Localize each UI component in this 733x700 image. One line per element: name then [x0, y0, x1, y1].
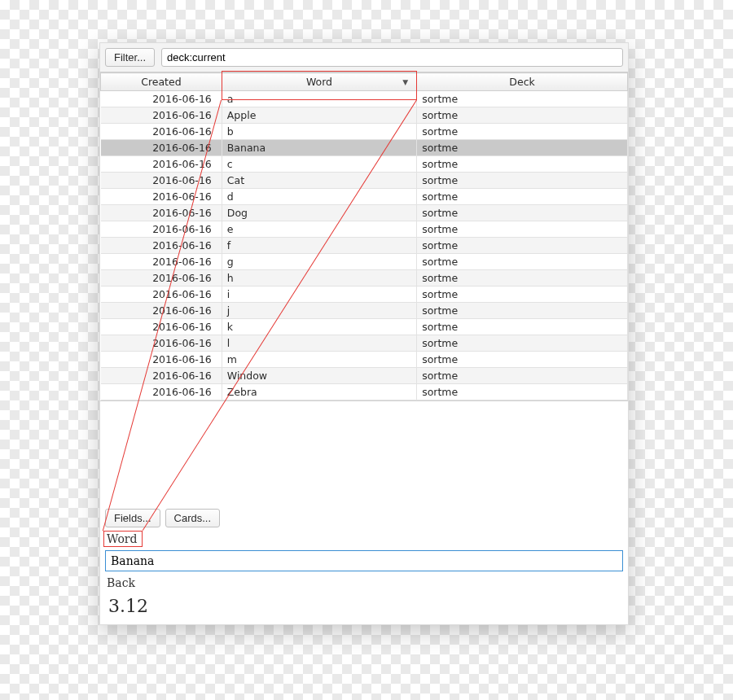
- cell-deck: sortme: [417, 368, 628, 384]
- column-header-word[interactable]: Word ▼: [222, 73, 416, 91]
- sort-indicator-icon: ▼: [402, 78, 408, 86]
- cell-word: l: [222, 335, 416, 352]
- column-header-deck[interactable]: Deck: [417, 73, 628, 91]
- cards-button[interactable]: Cards...: [165, 509, 221, 527]
- cell-created: 2016-06-16: [101, 335, 222, 352]
- table-row[interactable]: 2016-06-16Zebrasortme: [101, 384, 628, 400]
- cell-created: 2016-06-16: [101, 287, 222, 303]
- cell-deck: sortme: [417, 107, 628, 124]
- column-header-created[interactable]: Created: [101, 73, 222, 91]
- cell-created: 2016-06-16: [101, 270, 222, 287]
- cell-deck: sortme: [417, 254, 628, 270]
- cell-word: h: [222, 270, 416, 287]
- cell-created: 2016-06-16: [101, 156, 222, 173]
- cell-deck: sortme: [417, 140, 628, 156]
- cell-word: j: [222, 303, 416, 319]
- cell-created: 2016-06-16: [101, 254, 222, 270]
- cell-created: 2016-06-16: [101, 368, 222, 384]
- cell-deck: sortme: [417, 189, 628, 205]
- table-row[interactable]: 2016-06-16fsortme: [101, 238, 628, 254]
- table-row[interactable]: 2016-06-16hsortme: [101, 270, 628, 287]
- cell-created: 2016-06-16: [101, 107, 222, 124]
- field-label-back: Back: [105, 576, 623, 589]
- cell-word: Banana: [222, 140, 416, 156]
- cell-word: k: [222, 319, 416, 335]
- cell-created: 2016-06-16: [101, 303, 222, 319]
- cell-word: g: [222, 254, 416, 270]
- cell-deck: sortme: [417, 156, 628, 173]
- cell-word: Cat: [222, 173, 416, 189]
- cell-deck: sortme: [417, 352, 628, 368]
- cell-word: Apple: [222, 107, 416, 124]
- table-row[interactable]: 2016-06-16csortme: [101, 156, 628, 173]
- table-row[interactable]: 2016-06-16gsortme: [101, 254, 628, 270]
- table-row[interactable]: 2016-06-16esortme: [101, 221, 628, 238]
- filter-button[interactable]: Filter...: [105, 48, 155, 67]
- cell-created: 2016-06-16: [101, 319, 222, 335]
- column-header-word-label: Word: [306, 76, 332, 88]
- cell-deck: sortme: [417, 335, 628, 352]
- table-row[interactable]: 2016-06-16ksortme: [101, 319, 628, 335]
- field-value-back[interactable]: 3.12: [105, 594, 623, 618]
- cell-deck: sortme: [417, 238, 628, 254]
- cell-word: Zebra: [222, 384, 416, 400]
- cell-created: 2016-06-16: [101, 238, 222, 254]
- cell-deck: sortme: [417, 91, 628, 107]
- cell-word: f: [222, 238, 416, 254]
- cell-deck: sortme: [417, 319, 628, 335]
- cell-deck: sortme: [417, 270, 628, 287]
- cell-deck: sortme: [417, 303, 628, 319]
- cell-word: a: [222, 91, 416, 107]
- table-row[interactable]: 2016-06-16dsortme: [101, 189, 628, 205]
- cell-word: b: [222, 124, 416, 140]
- cell-word: e: [222, 221, 416, 238]
- cell-deck: sortme: [417, 124, 628, 140]
- cell-word: m: [222, 352, 416, 368]
- cell-deck: sortme: [417, 384, 628, 400]
- cell-word: c: [222, 156, 416, 173]
- cell-word: Window: [222, 368, 416, 384]
- cell-created: 2016-06-16: [101, 124, 222, 140]
- topbar: Filter...: [100, 43, 628, 72]
- card-table: Created Word ▼ Deck 2016-06-16asortme201…: [100, 72, 628, 401]
- fields-button[interactable]: Fields...: [105, 509, 160, 527]
- cell-word: Dog: [222, 205, 416, 221]
- cell-created: 2016-06-16: [101, 221, 222, 238]
- cell-deck: sortme: [417, 205, 628, 221]
- cell-deck: sortme: [417, 221, 628, 238]
- cell-created: 2016-06-16: [101, 140, 222, 156]
- browser-window: Filter... Created Word ▼ Deck 2016-06-16…: [99, 42, 629, 625]
- cell-created: 2016-06-16: [101, 173, 222, 189]
- cell-created: 2016-06-16: [101, 384, 222, 400]
- table-row[interactable]: 2016-06-16isortme: [101, 287, 628, 303]
- table-row[interactable]: 2016-06-16Catsortme: [101, 173, 628, 189]
- cell-deck: sortme: [417, 287, 628, 303]
- cell-word: d: [222, 189, 416, 205]
- table-row[interactable]: 2016-06-16Dogsortme: [101, 205, 628, 221]
- cell-created: 2016-06-16: [101, 352, 222, 368]
- cell-word: i: [222, 287, 416, 303]
- table-row[interactable]: 2016-06-16Applesortme: [101, 107, 628, 124]
- table-row[interactable]: 2016-06-16lsortme: [101, 335, 628, 352]
- cell-deck: sortme: [417, 173, 628, 189]
- cell-created: 2016-06-16: [101, 205, 222, 221]
- table-row[interactable]: 2016-06-16Windowsortme: [101, 368, 628, 384]
- table-row[interactable]: 2016-06-16asortme: [101, 91, 628, 107]
- field-input-word[interactable]: [105, 550, 623, 571]
- cell-created: 2016-06-16: [101, 91, 222, 107]
- field-label-word: Word: [105, 532, 623, 545]
- editor-panel: Fields... Cards... Word Back 3.12: [100, 504, 628, 624]
- table-row[interactable]: 2016-06-16Bananasortme: [101, 140, 628, 156]
- table-row[interactable]: 2016-06-16jsortme: [101, 303, 628, 319]
- table-row[interactable]: 2016-06-16msortme: [101, 352, 628, 368]
- cell-created: 2016-06-16: [101, 189, 222, 205]
- table-row[interactable]: 2016-06-16bsortme: [101, 124, 628, 140]
- search-input[interactable]: [161, 48, 623, 67]
